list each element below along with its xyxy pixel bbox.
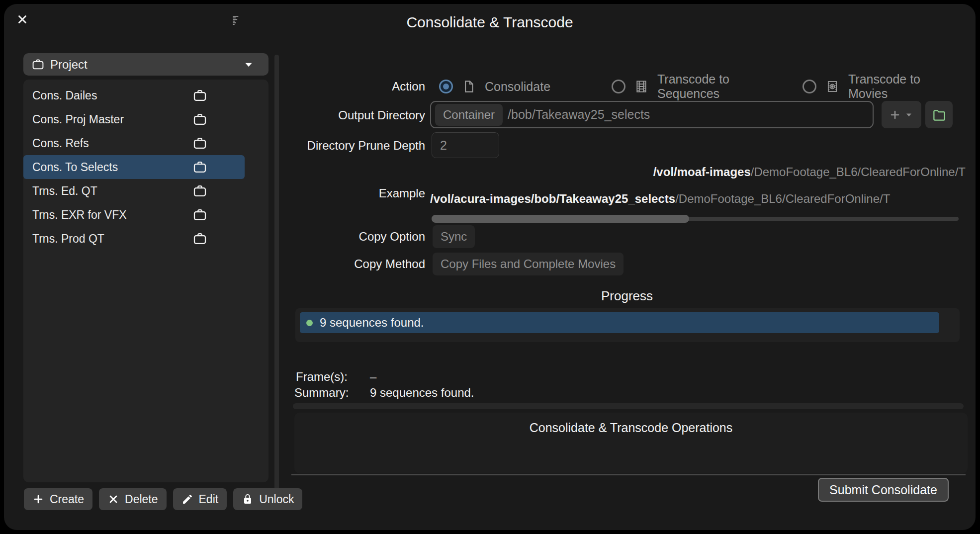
project-selector-label: Project [50, 58, 242, 72]
plus-icon [889, 109, 901, 121]
button-label: Edit [199, 493, 219, 506]
action-label: Action [153, 80, 425, 93]
status-dot-icon [306, 320, 313, 326]
sort-icon [230, 14, 243, 27]
document-icon [461, 79, 476, 94]
radio-button[interactable] [802, 80, 816, 93]
copy-option-row: Copy Option Sync [4, 225, 976, 248]
source-path-root: /vol/moaf-images [653, 165, 751, 178]
prune-depth-row: Directory Prune Depth 2 [4, 132, 976, 158]
film-sequence-icon [634, 79, 649, 94]
copy-option-value: Sync [433, 225, 475, 248]
chevron-down-icon [904, 110, 914, 120]
consolidate-transcode-dialog: Consolidate & Transcode Project Cons. Da… [4, 4, 976, 530]
delete-button[interactable]: Delete [99, 488, 166, 510]
frames-label: Frame(s): [296, 370, 348, 384]
prune-depth-input[interactable]: 2 [432, 132, 499, 158]
action-row: Action ConsolidateTranscode to Sequences… [4, 71, 976, 102]
radio-button[interactable] [439, 80, 453, 93]
action-option-transcode-to-sequences[interactable]: Transcode to Sequences [612, 71, 742, 102]
example-source-path: /vol/moaf-images/DemoFootage_BL6/Cleared… [430, 165, 966, 179]
source-path-rest: /DemoFootage_BL6/ClearedForOnline/T [751, 165, 966, 178]
lock-icon [242, 493, 254, 505]
pencil-icon [181, 493, 193, 505]
create-button[interactable]: Create [24, 488, 92, 510]
list-item[interactable]: Trns. EXR for VFX [23, 203, 245, 227]
browse-folder-button[interactable] [925, 101, 953, 128]
output-directory-input[interactable]: Container /bob/Takeaway25_selects [430, 101, 874, 128]
list-item[interactable]: Cons. To Selects [23, 155, 245, 179]
button-label: Delete [125, 493, 158, 506]
list-item-label: Cons. To Selects [23, 161, 245, 174]
preset-actions: CreateDeleteEditUnlock [24, 488, 302, 510]
progress-status-message: 9 sequences found. [320, 316, 424, 330]
button-label: Create [50, 493, 84, 506]
footer-divider [291, 474, 966, 475]
summary-value: 9 sequences found. [370, 386, 474, 400]
submit-consolidate-button[interactable]: Submit Consolidate [818, 478, 949, 502]
x-icon [107, 493, 119, 505]
destination-path-rest: /DemoFootage_BL6/ClearedForOnline/T [675, 192, 890, 205]
dialog-title: Consolidate & Transcode [4, 14, 976, 31]
copy-method-label: Copy Method [153, 257, 425, 271]
example-scrollbar-thumb[interactable] [432, 215, 689, 223]
add-output-directory-button[interactable] [882, 101, 921, 128]
container-chip: Container [435, 104, 503, 126]
action-option-transcode-to-movies[interactable]: Transcode to Movies [802, 71, 933, 102]
progress-title: Progress [288, 288, 966, 304]
plus-icon [32, 493, 44, 505]
operations-panel: Consolidate & Transcode Operations [294, 413, 968, 473]
operations-scrollbar[interactable] [293, 403, 964, 409]
briefcase-icon [192, 207, 207, 222]
prune-depth-value: 2 [440, 138, 447, 153]
film-movie-icon [825, 79, 840, 94]
unlock-button[interactable]: Unlock [233, 488, 302, 510]
action-option-consolidate[interactable]: Consolidate [439, 71, 550, 102]
list-item-label: Trns. EXR for VFX [23, 208, 245, 222]
action-option-label: Transcode to Sequences [657, 72, 742, 101]
destination-path-root: /vol/acura-images/bob/Takeaway25_selects [430, 192, 675, 205]
progress-panel: 9 sequences found. [295, 308, 960, 342]
chevron-down-icon [242, 58, 255, 71]
edit-button[interactable]: Edit [173, 488, 227, 510]
copy-method-row: Copy Method Copy Files and Complete Movi… [4, 253, 976, 275]
output-directory-label: Output Directory [153, 108, 425, 122]
briefcase-icon [31, 58, 45, 71]
action-option-label: Transcode to Movies [848, 72, 933, 101]
frames-value: – [370, 370, 376, 384]
action-option-label: Consolidate [485, 80, 550, 94]
progress-status-row[interactable]: 9 sequences found. [300, 312, 939, 333]
output-directory-path: /bob/Takeaway25_selects [508, 107, 650, 122]
output-directory-row: Output Directory Container /bob/Takeaway… [4, 101, 976, 130]
radio-button[interactable] [612, 80, 625, 93]
prune-depth-label: Directory Prune Depth [153, 139, 425, 153]
example-destination-path: /vol/acura-images/bob/Takeaway25_selects… [430, 192, 966, 206]
example-label: Example [153, 186, 425, 200]
operations-title: Consolidate & Transcode Operations [294, 421, 968, 435]
summary-label: Summary: [294, 386, 349, 400]
folder-icon [932, 107, 947, 122]
button-label: Unlock [259, 493, 294, 506]
copy-method-value: Copy Files and Complete Movies [433, 253, 624, 275]
briefcase-icon [192, 160, 207, 175]
copy-option-label: Copy Option [153, 230, 425, 244]
